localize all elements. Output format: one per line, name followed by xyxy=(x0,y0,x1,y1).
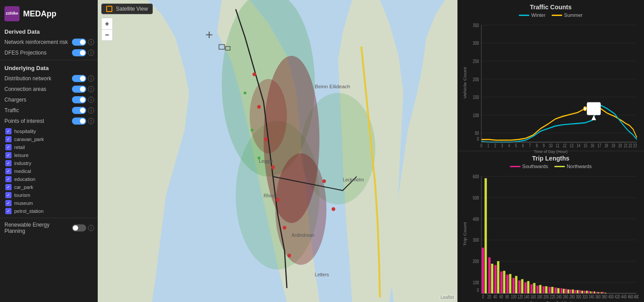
poi-checkbox-hospitality[interactable]: ✓ xyxy=(5,128,12,134)
svg-text:5: 5 xyxy=(515,143,517,147)
renewable-energy-toggle[interactable] xyxy=(72,224,86,231)
poi-item-caravan_park[interactable]: ✓caravan_park xyxy=(4,135,98,143)
renewable-energy-info[interactable]: i xyxy=(88,225,94,231)
poi-item-retail[interactable]: ✓retail xyxy=(4,143,98,151)
poi-item-education[interactable]: ✓education xyxy=(4,175,98,183)
traffic-x-label: Time of Day (Hour) xyxy=(463,149,639,154)
svg-text:200: 200 xyxy=(473,76,479,82)
poi-checkbox-petrol_station[interactable]: ✓ xyxy=(5,208,12,214)
poi-label-car_park: car_park xyxy=(14,184,33,190)
poi-checkbox-medical[interactable]: ✓ xyxy=(5,168,12,174)
northwards-legend-label: Northwards xyxy=(567,164,592,169)
poi-checkbox-tourism[interactable]: ✓ xyxy=(5,192,12,198)
poi-item-hospitality[interactable]: ✓hospitality xyxy=(4,127,98,135)
connection-areas-toggle[interactable] xyxy=(72,86,86,93)
svg-rect-116 xyxy=(565,289,567,293)
poi-checkbox-industry[interactable]: ✓ xyxy=(5,160,12,166)
svg-text:Trip Count: Trip Count xyxy=(463,222,467,246)
svg-rect-115 xyxy=(563,289,564,293)
sidebar: zühlke MEDApp Derived Data Network reinf… xyxy=(0,0,98,302)
svg-point-16 xyxy=(244,91,246,94)
poi-checkbox-leisure[interactable]: ✓ xyxy=(5,152,12,158)
network-reinforcement-info[interactable]: i xyxy=(88,39,94,45)
chargers-info[interactable]: i xyxy=(88,97,94,103)
poi-checkbox-retail[interactable]: ✓ xyxy=(5,144,12,150)
poi-item-petrol_station[interactable]: ✓petrol_station xyxy=(4,207,98,215)
poi-checkbox-caravan_park[interactable]: ✓ xyxy=(5,136,12,142)
summer-legend-item: Summer xyxy=(552,12,583,18)
svg-text:Beinn Eilideach: Beinn Eilideach xyxy=(315,84,350,89)
poi-item-industry[interactable]: ✓industry xyxy=(4,159,98,167)
svg-rect-104 xyxy=(530,284,533,293)
svg-rect-131 xyxy=(597,292,599,294)
svg-text:Rhiroy: Rhiroy xyxy=(264,193,278,198)
poi-item-tourism[interactable]: ✓tourism xyxy=(4,191,98,199)
svg-text:Ardindrean: Ardindrean xyxy=(291,233,314,238)
svg-text:460: 460 xyxy=(628,294,633,298)
svg-rect-93 xyxy=(497,261,499,294)
svg-rect-103 xyxy=(527,281,529,294)
points-of-interest-info[interactable]: i xyxy=(88,118,94,124)
svg-point-8 xyxy=(257,105,261,109)
svg-text:120: 120 xyxy=(517,294,523,298)
traffic-info[interactable]: i xyxy=(88,107,94,114)
poi-label-retail: retail xyxy=(14,145,25,150)
svg-text:16: 16 xyxy=(591,143,594,147)
satellite-checkbox[interactable] xyxy=(106,6,112,12)
svg-text:22: 22 xyxy=(628,143,632,147)
svg-text:7: 7 xyxy=(529,143,531,147)
traffic-label: Traffic xyxy=(4,107,70,114)
summer-legend-label: Summer xyxy=(564,12,583,18)
svg-text:320: 320 xyxy=(582,294,588,298)
svg-text:360: 360 xyxy=(595,294,600,298)
poi-label-industry: industry xyxy=(14,161,32,166)
svg-text:21: 21 xyxy=(624,143,628,147)
poi-checkbox-education[interactable]: ✓ xyxy=(5,176,12,182)
svg-text:250: 250 xyxy=(473,59,479,64)
poi-item-car_park[interactable]: ✓car_park xyxy=(4,183,98,191)
poi-label-tourism: tourism xyxy=(14,192,30,198)
poi-checkbox-museum[interactable]: ✓ xyxy=(5,200,12,206)
connection-areas-info[interactable]: i xyxy=(88,86,94,92)
poi-item-medical[interactable]: ✓medical xyxy=(4,167,98,175)
connection-areas-label: Connection areas xyxy=(4,86,70,92)
dfes-projections-label: DFES Projections xyxy=(4,50,70,56)
svg-text:15: 15 xyxy=(584,143,587,147)
dfes-projections-info[interactable]: i xyxy=(88,50,94,56)
distribution-network-info[interactable]: i xyxy=(88,75,94,82)
chargers-toggle[interactable] xyxy=(72,96,86,103)
poi-item-leisure[interactable]: ✓leisure xyxy=(4,151,98,159)
svg-rect-133 xyxy=(601,292,603,294)
svg-text:340: 340 xyxy=(589,294,594,298)
svg-point-43 xyxy=(584,107,586,111)
svg-text:100: 100 xyxy=(511,294,517,298)
points-of-interest-toggle[interactable] xyxy=(72,118,86,125)
poi-item-museum[interactable]: ✓museum xyxy=(4,199,98,207)
zoom-in-button[interactable]: + xyxy=(101,18,113,29)
svg-rect-121 xyxy=(576,290,578,293)
satellite-label: Satellite View xyxy=(116,6,148,12)
svg-text:400: 400 xyxy=(473,216,479,222)
svg-point-15 xyxy=(332,207,335,211)
poi-checkbox-car_park[interactable]: ✓ xyxy=(5,184,12,190)
svg-text:260: 260 xyxy=(563,294,568,298)
satellite-toggle[interactable]: Satellite View xyxy=(101,4,153,14)
northwards-legend-color xyxy=(554,166,565,167)
zoom-out-button[interactable]: − xyxy=(101,29,113,41)
traffic-counts-title: Traffic Counts xyxy=(463,4,639,11)
svg-text:17: 17 xyxy=(597,143,601,147)
svg-text:300: 300 xyxy=(473,237,479,243)
svg-point-14 xyxy=(322,179,326,183)
svg-rect-108 xyxy=(542,286,545,293)
svg-point-7 xyxy=(252,72,256,76)
leaflet-attribution: Leaflet xyxy=(439,294,456,300)
svg-text:280: 280 xyxy=(569,294,575,298)
svg-text:350: 350 xyxy=(473,23,479,28)
network-reinforcement-toggle[interactable] xyxy=(72,39,86,46)
svg-text:200: 200 xyxy=(473,259,479,264)
svg-text:160: 160 xyxy=(530,294,536,298)
distribution-network-toggle[interactable] xyxy=(72,75,86,82)
map-container[interactable]: Satellite View + − xyxy=(98,0,457,302)
traffic-toggle[interactable] xyxy=(72,107,86,114)
dfes-projections-toggle[interactable] xyxy=(72,49,86,56)
